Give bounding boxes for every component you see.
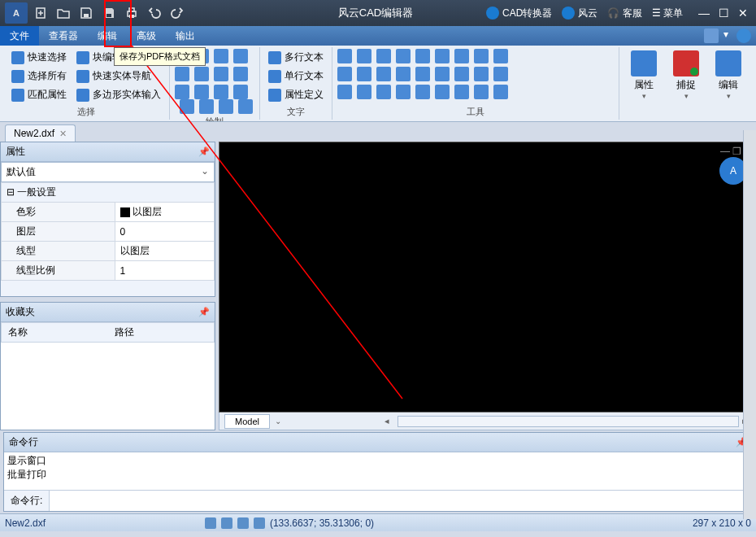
capture-large-button[interactable]: 捕捉▾	[667, 49, 706, 102]
spline-icon[interactable]	[175, 85, 189, 99]
status-icon[interactable]	[237, 517, 249, 529]
tool-icon[interactable]	[337, 67, 352, 81]
tool-icon[interactable]	[376, 49, 391, 63]
file-tab-close-icon[interactable]: ✕	[59, 129, 67, 139]
save-as-pdf-icon[interactable]	[99, 3, 119, 23]
pin-icon[interactable]: 📌	[198, 307, 210, 317]
prop-group-general[interactable]: ⊟ 一般设置	[2, 183, 215, 203]
quick-select-button[interactable]: 快速选择	[8, 49, 70, 66]
tool-icon[interactable]	[454, 67, 469, 81]
arc-icon[interactable]	[214, 49, 228, 63]
status-icon[interactable]	[205, 517, 216, 529]
prop-ltscale-value[interactable]: 1	[115, 261, 214, 281]
point-icon[interactable]	[214, 85, 228, 99]
tab-edit[interactable]: 编辑	[88, 26, 127, 46]
tab-viewer[interactable]: 查看器	[39, 26, 88, 46]
status-icon[interactable]	[221, 517, 232, 529]
tool-icon[interactable]	[474, 49, 489, 63]
rect-icon[interactable]	[180, 99, 194, 114]
tool-icon[interactable]	[474, 85, 489, 99]
poly-entity-button[interactable]: 多边形实体输入	[73, 86, 164, 103]
tool-icon[interactable]	[357, 49, 371, 63]
menu-link[interactable]: ☰ 菜单	[652, 7, 683, 20]
model-tab-dropdown-icon[interactable]: ⌄	[275, 417, 281, 426]
tool-icon[interactable]	[415, 67, 430, 81]
single-text-button[interactable]: 单行文本	[265, 68, 327, 85]
file-tab[interactable]: New2.dxf ✕	[5, 124, 76, 142]
tool-icon[interactable]	[435, 85, 450, 99]
select-all-button[interactable]: 选择所有	[8, 68, 70, 85]
tool-icon[interactable]	[493, 67, 508, 81]
horizontal-scrollbar[interactable]	[398, 416, 739, 427]
status-icon[interactable]	[254, 517, 265, 529]
pin-icon[interactable]: 📌	[198, 146, 210, 157]
tool-icon[interactable]	[435, 49, 450, 63]
ring-icon[interactable]	[233, 67, 248, 81]
tool-icon[interactable]	[454, 49, 469, 63]
hatch-icon[interactable]	[194, 85, 209, 99]
model-tab[interactable]: Model	[224, 414, 270, 429]
tool-icon[interactable]	[376, 85, 391, 99]
group-label-tool: 工具	[337, 104, 614, 118]
donut-icon[interactable]	[214, 67, 228, 81]
help-icon[interactable]	[736, 28, 751, 43]
canvas-restore-icon[interactable]: ❐	[732, 146, 741, 157]
tool-icon[interactable]	[396, 49, 411, 63]
edit-large-button[interactable]: 编辑▾	[709, 49, 748, 102]
polygon2-icon[interactable]	[199, 99, 214, 114]
circle-icon[interactable]	[175, 67, 189, 81]
tool-icon[interactable]	[493, 85, 508, 99]
pen-tool-icon[interactable]	[704, 28, 719, 43]
tool-icon[interactable]	[357, 67, 371, 81]
new-file-icon[interactable]	[31, 3, 50, 23]
customer-service-link[interactable]: 🎧 客服	[607, 7, 641, 20]
tool-icon[interactable]	[396, 85, 411, 99]
cloud-icon[interactable]	[238, 99, 253, 114]
print-icon[interactable]	[122, 3, 141, 23]
prop-color-value[interactable]: 以图层	[115, 203, 214, 222]
tool-icon[interactable]	[376, 67, 391, 81]
tool-icon[interactable]	[415, 49, 430, 63]
properties-large-button[interactable]: 属性▾	[624, 49, 663, 102]
attr-def-button[interactable]: 属性定义	[265, 86, 327, 103]
save-icon[interactable]	[76, 3, 96, 23]
quick-entity-button[interactable]: 快速实体导航	[73, 68, 164, 85]
cursor-icon	[11, 51, 24, 64]
close-button[interactable]: ✕	[733, 5, 753, 21]
tab-advanced[interactable]: 高级	[127, 26, 166, 46]
undo-icon[interactable]	[145, 3, 164, 23]
fengyun-link[interactable]: 风云	[562, 7, 597, 20]
tool-icon[interactable]	[493, 49, 508, 63]
tool-icon[interactable]	[357, 85, 371, 99]
tool-icon[interactable]	[337, 85, 352, 99]
minimize-button[interactable]: —	[694, 5, 714, 21]
fav-col-path[interactable]: 路径	[108, 323, 215, 342]
tool-icon[interactable]	[337, 49, 352, 63]
cad-converter-link[interactable]: CAD转换器	[486, 7, 552, 20]
ray-icon[interactable]	[233, 49, 248, 63]
fav-col-name[interactable]: 名称	[2, 323, 108, 342]
region-icon[interactable]	[219, 99, 233, 114]
default-value-select[interactable]: 默认值⌄	[1, 162, 215, 182]
image-icon[interactable]	[233, 85, 248, 99]
tool-icon[interactable]	[415, 85, 430, 99]
match-props-button[interactable]: 匹配属性	[8, 86, 70, 103]
redo-icon[interactable]	[167, 3, 187, 23]
dropdown-icon[interactable]: ▾	[723, 28, 732, 43]
prop-layer-value[interactable]: 0	[115, 222, 214, 242]
tool-icon[interactable]	[396, 67, 411, 81]
tool-icon[interactable]	[474, 67, 489, 81]
command-input[interactable]	[50, 491, 752, 511]
prop-linetype-value[interactable]: 以图层	[115, 242, 214, 261]
scroll-left-icon[interactable]: ◂	[381, 416, 393, 426]
ellipse-icon[interactable]	[194, 67, 209, 81]
open-file-icon[interactable]	[54, 3, 73, 23]
tool-icon[interactable]	[435, 67, 450, 81]
tool-icon[interactable]	[454, 85, 469, 99]
tab-file[interactable]: 文件	[0, 26, 39, 46]
tab-output[interactable]: 输出	[166, 26, 205, 46]
canvas-minimize-icon[interactable]: —	[720, 146, 730, 157]
multiline-text-button[interactable]: 多行文本	[265, 49, 327, 66]
drawing-canvas[interactable]: — ❐ ✕ A	[219, 142, 756, 413]
maximize-button[interactable]: ☐	[714, 5, 733, 21]
